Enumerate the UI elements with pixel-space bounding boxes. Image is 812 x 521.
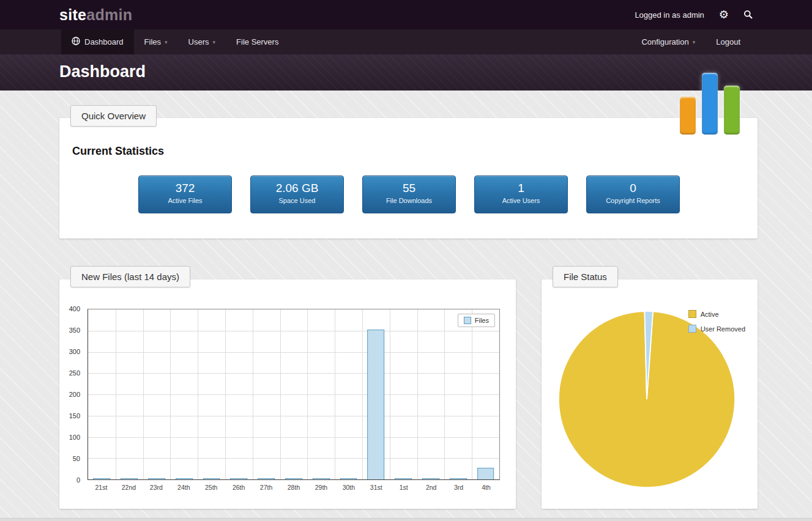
stat-value: 2.06 GB bbox=[251, 182, 343, 195]
y-tick-label: 200 bbox=[59, 391, 80, 398]
x-tick-label: 24th bbox=[177, 484, 190, 491]
x-tick-label: 22nd bbox=[122, 484, 136, 491]
bar bbox=[231, 478, 248, 479]
bar bbox=[340, 478, 357, 479]
quick-overview-card: Current Statistics 372 Active Files 2.06… bbox=[59, 118, 758, 238]
topbar-right: Logged in as admin ⚙ bbox=[635, 9, 753, 20]
nav-label: File Servers bbox=[236, 37, 278, 46]
stat-label: Copyright Reports bbox=[587, 197, 679, 204]
file-status-card: ActiveUser Removed bbox=[542, 279, 758, 509]
nav-label: Dashboard bbox=[84, 37, 124, 46]
nav-item-logout[interactable]: Logout bbox=[706, 29, 751, 54]
bar bbox=[203, 478, 220, 479]
stat-label: Active Users bbox=[475, 197, 567, 204]
x-tick-label: 25th bbox=[205, 484, 217, 491]
nav-item-files[interactable]: Files ▾ bbox=[134, 29, 178, 54]
nav-item-users[interactable]: Users ▾ bbox=[178, 29, 226, 54]
x-tick-label: 2nd bbox=[426, 484, 437, 491]
x-tick-label: 30th bbox=[343, 484, 355, 491]
chevron-down-icon: ▾ bbox=[165, 39, 168, 45]
gridline-horizontal bbox=[88, 373, 499, 374]
bar bbox=[121, 478, 138, 479]
logo-admin: admin bbox=[86, 6, 132, 23]
x-tick-label: 31st bbox=[370, 484, 382, 491]
stat-copyright-reports: 0 Copyright Reports bbox=[586, 176, 680, 213]
x-tick-label: 21st bbox=[95, 484, 108, 491]
bar bbox=[285, 478, 302, 479]
y-axis-labels: 050100150200250300350400 bbox=[59, 309, 83, 480]
x-axis-labels: 21st22nd23rd24th25th26th27th28th29th30th… bbox=[88, 484, 500, 493]
y-tick-label: 350 bbox=[59, 327, 80, 334]
y-tick-label: 300 bbox=[59, 348, 80, 355]
y-tick-label: 100 bbox=[59, 434, 80, 441]
tab-quick-overview[interactable]: Quick Overview bbox=[70, 105, 157, 127]
logo: siteadmin bbox=[59, 6, 132, 24]
topbar: siteadmin Logged in as admin ⚙ bbox=[0, 0, 812, 29]
stat-active-users: 1 Active Users bbox=[474, 176, 568, 213]
x-tick-label: 27th bbox=[260, 484, 272, 491]
gridline-vertical bbox=[472, 309, 472, 479]
bar bbox=[368, 330, 385, 479]
navbar: Dashboard Files ▾ Users ▾ File Servers C… bbox=[0, 29, 812, 54]
stat-value: 1 bbox=[475, 182, 567, 195]
tab-new-files[interactable]: New Files (last 14 days) bbox=[70, 266, 190, 287]
bar bbox=[422, 478, 439, 479]
gridline-vertical bbox=[143, 309, 144, 479]
nav-item-dashboard[interactable]: Dashboard bbox=[61, 29, 134, 54]
logo-site: site bbox=[59, 6, 86, 23]
stats-row: 372 Active Files 2.06 GB Space Used 55 F… bbox=[138, 176, 680, 213]
y-tick-label: 0 bbox=[59, 476, 80, 484]
bar-chart-icon bbox=[674, 70, 745, 139]
logo-bar bbox=[680, 97, 696, 135]
legend-label: Active bbox=[701, 311, 719, 318]
stat-value: 55 bbox=[363, 182, 455, 195]
legend-item: Active bbox=[688, 310, 745, 318]
x-tick-label: 28th bbox=[288, 484, 300, 491]
nav-label: Logout bbox=[716, 37, 740, 46]
gridline-horizontal bbox=[88, 352, 499, 353]
nav-item-configuration[interactable]: Configuration ▾ bbox=[631, 29, 706, 54]
gridline-vertical bbox=[417, 309, 418, 479]
search-icon[interactable] bbox=[743, 10, 753, 20]
gridline-horizontal bbox=[88, 331, 499, 331]
bar bbox=[148, 478, 165, 479]
y-tick-label: 150 bbox=[59, 412, 80, 419]
tab-file-status[interactable]: File Status bbox=[553, 266, 618, 287]
files-chart-plot: Files bbox=[88, 309, 500, 480]
globe-icon bbox=[72, 37, 80, 47]
nav-left: Dashboard Files ▾ Users ▾ File Servers bbox=[61, 29, 289, 54]
legend-item: User Removed bbox=[688, 325, 745, 333]
chart-legend: Files bbox=[458, 314, 495, 327]
gridline-vertical bbox=[335, 309, 335, 479]
logo-bar bbox=[724, 86, 740, 135]
bar bbox=[395, 478, 412, 479]
stat-file-downloads: 55 File Downloads bbox=[362, 176, 456, 213]
gridline-vertical bbox=[280, 309, 281, 479]
nav-label: Configuration bbox=[641, 37, 688, 46]
gridline-vertical bbox=[198, 309, 198, 479]
gear-icon[interactable]: ⚙ bbox=[719, 9, 729, 20]
gridline-vertical bbox=[225, 309, 226, 479]
gridline-vertical bbox=[362, 309, 363, 479]
legend-swatch bbox=[688, 310, 696, 318]
stat-value: 0 bbox=[587, 182, 679, 195]
legend-label: User Removed bbox=[701, 325, 745, 333]
bar bbox=[94, 478, 111, 479]
gridline-vertical bbox=[170, 309, 171, 479]
current-statistics-heading: Current Statistics bbox=[72, 145, 164, 158]
legend-label: Files bbox=[475, 317, 489, 324]
logo-bar bbox=[702, 73, 718, 135]
x-tick-label: 26th bbox=[233, 484, 245, 491]
bar bbox=[477, 468, 494, 479]
gridline-vertical bbox=[390, 309, 390, 479]
chevron-down-icon: ▾ bbox=[693, 39, 696, 45]
bar bbox=[313, 478, 330, 479]
nav-right: Configuration ▾ Logout bbox=[631, 29, 751, 54]
x-tick-label: 3rd bbox=[454, 484, 463, 491]
nav-item-file-servers[interactable]: File Servers bbox=[226, 29, 289, 54]
bar bbox=[450, 478, 467, 479]
gear-glyph: ⚙ bbox=[719, 9, 729, 20]
gridline-horizontal bbox=[88, 437, 499, 438]
y-tick-label: 400 bbox=[59, 305, 80, 312]
gridline-vertical bbox=[307, 309, 308, 479]
